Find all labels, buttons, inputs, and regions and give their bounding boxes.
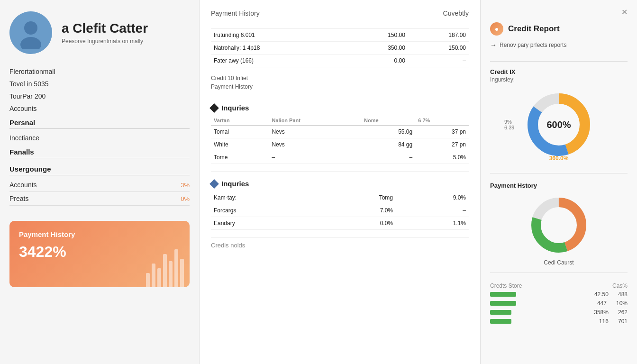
right-panel-header: ✕	[490, 8, 628, 17]
profile-info: a Clefit Catter Peesorve Ingurentmats on…	[62, 21, 148, 45]
donut1-label1: 9%	[504, 119, 514, 125]
col2-header	[347, 25, 408, 29]
payment-history-title: Payment Hstory	[490, 182, 628, 189]
credit-ix-section: Credit IX Ingursiey: 600% 360.0% 9% 6.39	[490, 68, 628, 164]
nav-item-tourpar[interactable]: TourPar 200	[9, 90, 190, 102]
nav-item-accounts-top[interactable]: Accounts	[9, 102, 190, 115]
payment-table: Irutunding 6.001150.00187.00Natrohally: …	[211, 25, 469, 67]
credit-report-section: ● Credit Report	[490, 22, 628, 36]
nav-item-tovel[interactable]: Tovel in 5035	[9, 78, 190, 90]
inq1-col-header: Nome	[361, 116, 415, 126]
inquiries1-header: Inquries	[211, 104, 469, 112]
donut1-label2: 6.39	[504, 125, 514, 130]
donut1-labels: 9% 6.39	[504, 119, 514, 130]
close-button[interactable]: ✕	[621, 8, 628, 17]
credits-store-section: Credts Store Cas% 42.50 488 447 10% 358%…	[490, 282, 628, 327]
nav-personal[interactable]: Persnal	[9, 115, 190, 128]
credits-val2: 10%	[616, 300, 628, 307]
bar-5	[169, 261, 173, 287]
donut1-center: 600%	[546, 119, 571, 130]
inq1-row: TomalNevs55.0g37 pn	[211, 126, 469, 138]
bar-6	[174, 249, 178, 287]
currently-label: Cuvebtly	[443, 9, 469, 17]
payment-card: Payment History 3422%	[9, 221, 190, 287]
credit-report-title: Credit Report	[508, 24, 560, 34]
profile-subtitle: Peesorve Ingurentmats on mally	[62, 38, 148, 45]
table-row: Natrohally: 1 4p18350.00150.00	[211, 42, 469, 55]
row-col2: 350.00	[347, 42, 408, 55]
row-col3: 150.00	[408, 42, 469, 55]
credits-val1: 447	[597, 300, 607, 307]
inquiries1-table: VartanNalion PantNome6 7% TomalNevs55.0g…	[211, 116, 469, 164]
inquiries2-title: Inquries	[221, 180, 249, 188]
nav-fanalls[interactable]: Fanalls	[9, 144, 190, 158]
credits-store-row: 358% 262	[490, 309, 628, 316]
diamond-icon-1	[209, 103, 219, 113]
row-col3: 187.00	[408, 29, 469, 42]
credits-store-col2: Cas%	[612, 282, 628, 289]
credits-store-values: 116 701	[599, 318, 628, 325]
green-bar	[490, 301, 516, 306]
credits-store-row: 42.50 488	[490, 291, 628, 298]
credits-val1: 116	[599, 318, 609, 325]
donut1-wrapper: 600% 360.0% 9% 6.39	[490, 87, 628, 163]
bar-3	[157, 268, 161, 287]
nav-item-incctiance[interactable]: Incctiance	[9, 132, 190, 144]
credit-icon: ●	[490, 22, 503, 36]
inquiries2-table: Kam-tay:Tomg9.0%Forcargs7.0%–Eandary0.0%…	[211, 191, 469, 230]
credits-store-values: 358% 262	[594, 309, 628, 316]
credits-store-title: Credts Store	[490, 282, 522, 289]
inquiries2-header: Inquries	[211, 180, 469, 188]
svg-point-1	[20, 37, 41, 49]
donut1-bottom: 360.0%	[549, 155, 569, 162]
credits-store-values: 447 10%	[597, 300, 628, 307]
table-row: Irutunding 6.001150.00187.00	[211, 29, 469, 42]
credits-val1: 42.50	[594, 291, 609, 298]
inq1-col-header: Vartan	[211, 116, 269, 126]
payment-card-title: Payment History	[19, 230, 180, 238]
donut2-wrapper	[490, 192, 628, 258]
bar-2	[152, 264, 155, 287]
inq1-col-header: 6 7%	[415, 116, 469, 126]
inq1-row: Tome––5.0%	[211, 151, 469, 164]
inq2-row: Forcargs7.0%–	[211, 204, 469, 217]
inq1-col-header: Nalion Pant	[269, 116, 361, 126]
profile-name: a Clefit Catter	[62, 21, 148, 36]
accounts-badge: 3%	[181, 182, 190, 189]
donut2-bottom-label: Cedl Caurst	[490, 259, 628, 266]
inquiries1-title: Inquries	[221, 104, 249, 112]
bar-7	[180, 259, 184, 287]
credit-report-link[interactable]: → Renov pary prfects reports	[490, 41, 628, 49]
inq2-row: Eandary0.0%1.1%	[211, 217, 469, 230]
row-col2: 0.00	[347, 55, 408, 67]
nav-item-accounts[interactable]: Accounts 3%	[9, 178, 190, 192]
preats-badge: 0%	[181, 195, 190, 202]
payment-bars	[146, 249, 190, 287]
nav-section: Flerortationmall Tovel in 5035 TourPar 2…	[9, 65, 190, 206]
avatar	[9, 11, 52, 54]
col3-header	[408, 25, 469, 29]
credits-val2: 262	[618, 309, 628, 316]
nav-item-flerortationmall[interactable]: Flerortationmall	[9, 65, 190, 78]
diamond-icon-2	[209, 179, 219, 189]
col-name-header	[211, 25, 347, 29]
nav-item-preats[interactable]: Preats 0%	[9, 192, 190, 206]
row-name: Natrohally: 1 4p18	[211, 42, 347, 55]
green-bar	[490, 292, 516, 297]
nav-usergounge[interactable]: Usergounge	[9, 161, 190, 175]
row-name: Fater awy (166)	[211, 55, 347, 67]
payment-history-label: Payment History	[211, 9, 260, 17]
donut2-chart	[528, 194, 590, 256]
middle-section: Payment History Cuvebtly Irutunding 6.00…	[199, 0, 481, 364]
credits-store-row: 447 10%	[490, 300, 628, 307]
inq1-row: WhiteNevs84 gg27 pn	[211, 138, 469, 151]
right-panel: ✕ ● Credit Report → Renov pary prfects r…	[481, 0, 637, 364]
credits-store-row: 116 701	[490, 318, 628, 325]
inq2-row: Kam-tay:Tomg9.0%	[211, 191, 469, 204]
credits-store-rows: 42.50 488 447 10% 358% 262 116 701	[490, 291, 628, 325]
bottom-label: Credis nolds	[211, 237, 469, 249]
credits-store-values: 42.50 488	[594, 291, 628, 298]
divider-3	[490, 273, 628, 273]
credits-val2: 488	[618, 291, 628, 298]
row-col2: 150.00	[347, 29, 408, 42]
